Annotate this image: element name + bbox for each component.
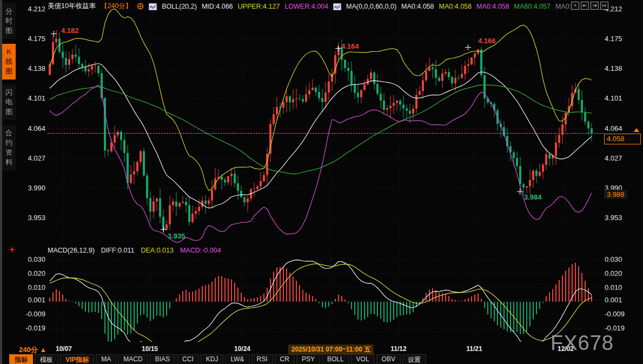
macd-dea-value: DEA:0.013 <box>141 247 173 254</box>
price-tick-label: 4.175 <box>605 35 622 43</box>
toolbar-item-vip-indicators[interactable]: VIP指标 <box>60 354 94 364</box>
macd-tick-label: -0.019 <box>0 324 45 332</box>
ma0-yellow-value: MA0:4.058 <box>439 3 472 10</box>
toolbar-item-bias[interactable]: BIAS <box>150 354 175 364</box>
price-tick-label: 3.953 <box>605 214 622 222</box>
current-price-line <box>48 133 604 134</box>
ma60-green-value: MA60:4.057 <box>514 3 551 10</box>
toolbar-item-macd[interactable]: MACD <box>118 354 148 364</box>
session-low-badge: 3.988 <box>604 190 627 199</box>
crosshair-target-icon[interactable] <box>137 3 144 10</box>
macd-label: MACD(26,12,9) <box>48 247 95 254</box>
annotation-high-4164: 4.164 <box>341 42 359 50</box>
high-marker-cross <box>465 44 471 50</box>
toolbar-item-obv[interactable]: OBV <box>376 354 401 364</box>
toolbar-item-indicators[interactable]: 指标 <box>9 354 33 364</box>
high-marker-cross <box>51 31 57 37</box>
time-axis-label: 10/07 <box>56 345 72 353</box>
macd-tick-label: -0.009 <box>605 310 625 318</box>
boll-label: BOLL(20,2) <box>162 3 197 10</box>
price-tick-label: 4.064 <box>0 124 45 133</box>
toolbar-item-boll[interactable]: BOLL <box>322 354 349 364</box>
boll-upper-value: UPPER:4.127 <box>238 3 280 10</box>
ma-label: MA(0,0,0,60,0,0) <box>346 3 396 10</box>
macd-tick-label: 0.030 <box>0 255 45 263</box>
price-tick-label: 4.138 <box>0 64 45 72</box>
price-tick-label: 4.138 <box>605 64 622 72</box>
boll-indicator-icon[interactable] <box>149 3 157 10</box>
current-bar-time: 2025/10/31 07:00~11:00 五 <box>288 345 374 355</box>
sidebar: 分时图K线图闪电图合约资料 <box>2 3 16 170</box>
period-dropdown-arrow-icon: ▲ <box>39 346 47 354</box>
annotation-low-3984: 3.984 <box>524 193 542 201</box>
price-tick-label: 4.027 <box>605 154 622 162</box>
price-tick-label: 3.953 <box>0 214 45 222</box>
macd-tick-label: 0.001 <box>0 296 45 304</box>
ma-indicator-icon[interactable] <box>333 3 341 10</box>
chart-header: 美债10年收益率 【240分】 BOLL(20,2) MID:4.066 UPP… <box>48 2 571 11</box>
main-candlestick-chart[interactable] <box>48 5 602 244</box>
ma0-magenta-value: MA0:4.058 <box>476 3 509 10</box>
toolbar-item-cci[interactable]: CCI <box>177 354 199 364</box>
watermark: FX678 <box>551 332 614 355</box>
toolbar-item-settings[interactable]: 设置 <box>402 354 426 364</box>
price-tick-label: 4.101 <box>0 94 45 102</box>
toolbar-item-kdj[interactable]: KDJ <box>201 354 224 364</box>
macd-tick-label: 0.020 <box>0 269 45 277</box>
toolbar-item-psy[interactable]: PSY <box>296 354 320 364</box>
sidebar-tab-kline-chart[interactable]: K线图 <box>2 44 16 80</box>
macd-tick-label: 0.030 <box>605 255 622 263</box>
annotation-low-3935: 3.935 <box>168 232 185 240</box>
indicator-toolbar: 指标模板VIP指标MAMACDBIASCCIKDJLW&RSICRPSYBOLL… <box>9 354 426 364</box>
annotation-high-4166: 4.166 <box>478 37 496 45</box>
macd-tick-label: 0.010 <box>0 283 45 292</box>
scale-left-icon[interactable]: ⇤ <box>581 2 589 10</box>
pan-tool-icon[interactable]: + <box>571 2 579 10</box>
period-selector[interactable]: 240分 ▲ <box>19 345 47 355</box>
toolbar-item-vol[interactable]: VOL <box>351 354 375 364</box>
annotation-high-4182: 4.182 <box>61 27 79 35</box>
macd-diff-value: DIFF:0.011 <box>101 247 135 254</box>
chart-tools: + ⇤ ⇥ ↦ <box>571 2 608 10</box>
price-tick-label: 4.101 <box>605 94 622 102</box>
macd-tick-label: -0.009 <box>0 310 45 318</box>
trading-terminal: 分时图K线图闪电图合约资料 美债10年收益率 【240分】 BOLL(20,2)… <box>0 0 643 364</box>
time-axis-label: 10/15 <box>142 345 158 353</box>
toolbar-item-rsi[interactable]: RSI <box>251 354 273 364</box>
screen-shift-icon[interactable]: ↦ <box>600 2 608 10</box>
live-blink-icon <box>9 246 16 253</box>
macd-pane-chart[interactable] <box>48 249 602 342</box>
price-tick-label: 4.175 <box>0 35 45 43</box>
high-marker-cross <box>335 45 341 51</box>
macd-tick-label: -0.019 <box>605 324 625 332</box>
time-axis-label: 11/12 <box>390 345 406 353</box>
low-marker-cross <box>161 227 167 233</box>
price-tick-label: 3.990 <box>0 184 45 192</box>
current-price-badge: 4.058 <box>604 134 641 144</box>
macd-tick-label: 0.010 <box>605 283 622 292</box>
macd-tick-label: 0.020 <box>605 269 622 277</box>
macd-tick-label: 0.001 <box>605 296 622 304</box>
current-price-arrow-icon <box>634 128 639 132</box>
macd-hist-value: MACD:-0.004 <box>180 247 221 254</box>
ma0-white-value: MA0:4.058 <box>401 3 434 10</box>
low-marker-cross <box>517 189 523 195</box>
price-tick-label: 4.064 <box>605 124 622 133</box>
time-axis-label: 10/24 <box>234 345 250 353</box>
time-axis-label: 11/21 <box>466 345 482 353</box>
toolbar-item-lw[interactable]: LW& <box>225 354 249 364</box>
toolbar-item-templates[interactable]: 模板 <box>35 354 58 364</box>
toolbar-item-ma[interactable]: MA <box>96 354 116 364</box>
period-tag[interactable]: 【240分】 <box>101 2 132 11</box>
macd-header: MACD(26,12,9) DIFF:0.011 DEA:0.013 MACD:… <box>48 247 221 254</box>
boll-lower-value: LOWER:4.004 <box>284 3 328 10</box>
toolbar-item-cr[interactable]: CR <box>275 354 295 364</box>
price-tick-label: 4.212 <box>0 5 45 13</box>
price-tick-label: 4.027 <box>0 154 45 162</box>
scale-right-icon[interactable]: ⇥ <box>591 2 599 10</box>
instrument-title: 美债10年收益率 <box>48 2 96 11</box>
boll-mid-value: MID:4.066 <box>202 3 233 10</box>
ma0-gray-value: MA0: <box>555 3 571 10</box>
